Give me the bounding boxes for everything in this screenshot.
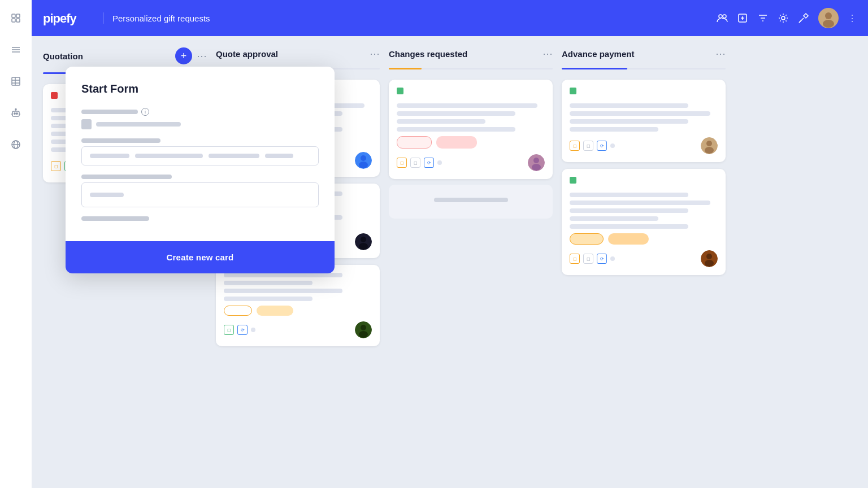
- form-label-bar-1: [81, 110, 138, 114]
- form-label-row-2: [81, 138, 319, 143]
- settings-icon[interactable]: [778, 12, 789, 24]
- card-tags: [570, 177, 718, 188]
- column-more-advance-payment[interactable]: ⋯: [715, 47, 726, 60]
- form-label-bar-3: [81, 175, 172, 179]
- column-header-changes-requested: Changes requested ⋯: [389, 47, 553, 60]
- create-new-card-button[interactable]: Create new card: [167, 252, 234, 262]
- card-tag-green: [570, 177, 576, 184]
- svg-point-39: [359, 243, 368, 250]
- card-footer: ◻ ◻ ⟳: [570, 250, 718, 267]
- card-icon: ◻: [570, 254, 580, 264]
- card[interactable]: ◻ ◻ ⟳: [562, 80, 726, 162]
- card-icon: ◻: [224, 325, 234, 335]
- start-form-modal: Start Form i: [66, 67, 335, 273]
- card-tag-green: [397, 88, 403, 94]
- user-avatar[interactable]: [818, 8, 839, 28]
- card-badge-orange: [224, 306, 252, 316]
- card-badge-orange-filled: [608, 233, 649, 245]
- svg-rect-1: [16, 14, 20, 18]
- card-avatar: [355, 321, 372, 338]
- card-avatar: [355, 152, 372, 169]
- card-footer: ◻ ◻ ⟳: [570, 137, 718, 154]
- card-icons: ◻ ◻ ⟳: [570, 254, 615, 264]
- svg-text:pipefy: pipefy: [43, 11, 77, 25]
- card-icon: ⟳: [237, 325, 248, 335]
- column-changes-requested: Changes requested ⋯: [389, 47, 553, 477]
- column-progress-fill: [562, 68, 627, 69]
- card[interactable]: ◻ ⟳: [216, 265, 380, 346]
- card-line: [570, 111, 710, 116]
- card-line: [397, 119, 485, 124]
- column-title-quote-approval: Quote approval: [216, 49, 365, 59]
- column-progress-advance-payment: [562, 68, 726, 69]
- export-icon[interactable]: [737, 12, 748, 24]
- form-label-row-3: [81, 175, 319, 179]
- column-add-button-quotation[interactable]: +: [175, 47, 192, 64]
- pipefy-logo: pipefy: [43, 10, 94, 26]
- tool-icon[interactable]: [798, 12, 809, 24]
- card-footer: ◻ ◻ ⟳: [397, 154, 545, 171]
- form-input-row-1: [81, 119, 319, 129]
- svg-point-36: [359, 162, 368, 168]
- form-label-bar-2: [81, 138, 160, 143]
- placeholder-bar: [90, 154, 129, 158]
- form-field-4: [81, 216, 319, 221]
- form-input-1[interactable]: [81, 146, 319, 165]
- svg-point-41: [361, 325, 366, 330]
- svg-point-38: [361, 237, 366, 242]
- column-more-quotation[interactable]: ⋯: [197, 50, 207, 62]
- card-dot: [251, 328, 255, 332]
- grid-icon[interactable]: [7, 9, 25, 27]
- svg-point-35: [361, 155, 366, 161]
- modal-footer: Create new card: [66, 241, 335, 273]
- form-input-2[interactable]: [81, 182, 319, 207]
- card-icons: ◻ ⟳: [224, 325, 255, 335]
- svg-rect-0: [12, 14, 15, 18]
- card-badges: [570, 233, 718, 245]
- kanban-board: Quotation + ⋯ ◻: [32, 36, 868, 488]
- placeholder-bar: [209, 154, 259, 158]
- svg-point-12: [14, 113, 15, 114]
- svg-point-23: [723, 15, 726, 18]
- card-line: [224, 289, 342, 293]
- bot-icon[interactable]: [7, 104, 25, 122]
- card-tags: [397, 88, 545, 99]
- more-icon[interactable]: ⋮: [848, 13, 857, 24]
- card-icon: ⟳: [424, 158, 434, 168]
- placeholder-bar: [135, 154, 203, 158]
- modal-body: Start Form i: [66, 67, 335, 241]
- card-icons: ◻ ◻ ⟳: [570, 141, 615, 151]
- header-actions: ⋮: [717, 8, 857, 28]
- column-more-changes-requested[interactable]: ⋯: [542, 47, 553, 60]
- svg-point-42: [359, 331, 368, 338]
- card-avatar: [701, 250, 718, 267]
- column-more-quote-approval[interactable]: ⋯: [370, 47, 380, 60]
- logo: pipefy Personalized gift requests: [43, 10, 210, 26]
- card-line: [570, 103, 688, 108]
- card-line: [397, 103, 537, 108]
- list-icon[interactable]: [7, 41, 25, 59]
- column-header-quotation: Quotation + ⋯: [43, 47, 207, 64]
- main-area: pipefy Personalized gift requests: [32, 0, 868, 488]
- filter-icon[interactable]: [757, 12, 769, 24]
- card-line: [397, 127, 515, 132]
- people-icon[interactable]: [717, 12, 728, 24]
- card-icon: ◻: [583, 141, 593, 151]
- svg-point-22: [719, 15, 722, 18]
- column-advance-payment: Advance payment ⋯ ◻ ◻ ⟳: [562, 47, 726, 477]
- svg-point-48: [705, 147, 714, 154]
- card-line: [397, 111, 515, 116]
- card[interactable]: ◻ ◻ ⟳: [389, 80, 553, 179]
- card-icon: ⟳: [597, 254, 607, 264]
- form-label-row-4: [81, 216, 319, 221]
- card-tag-green: [570, 88, 576, 94]
- svg-point-51: [705, 260, 714, 267]
- table-icon[interactable]: [7, 72, 25, 90]
- svg-point-45: [532, 164, 541, 171]
- svg-rect-11: [12, 111, 19, 116]
- card-icon: ◻: [410, 158, 420, 168]
- globe-icon[interactable]: [7, 136, 25, 154]
- card-badges: [224, 306, 372, 316]
- card[interactable]: ◻ ◻ ⟳: [562, 169, 726, 275]
- info-icon: i: [141, 108, 149, 116]
